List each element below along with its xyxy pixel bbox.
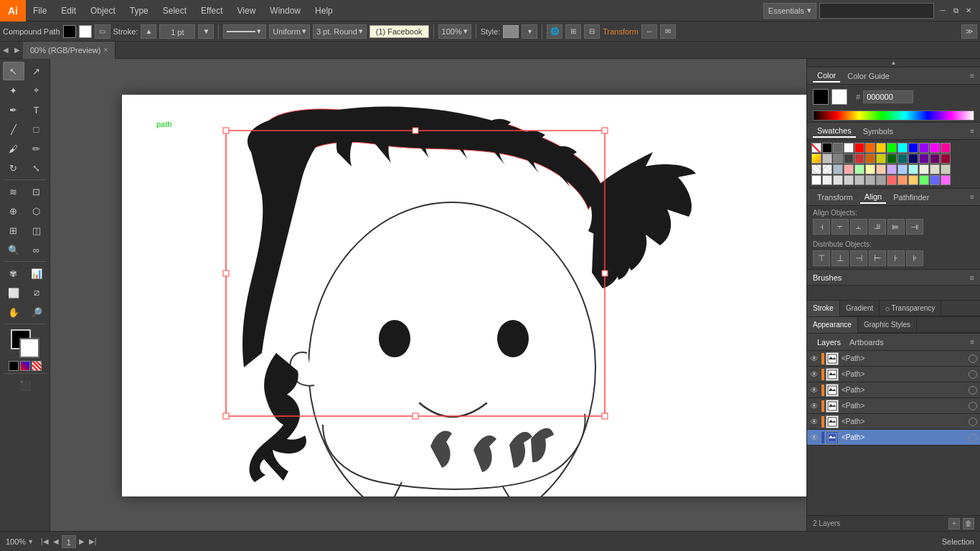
close-button[interactable]: ✕ <box>963 5 974 17</box>
layer-visibility-4[interactable]: 👁 <box>810 401 820 411</box>
swatch-lime[interactable] <box>919 175 929 185</box>
align-right-btn[interactable]: ⫠ <box>850 219 867 235</box>
swatch-llav[interactable] <box>887 164 897 174</box>
symbols-tab[interactable]: Symbols <box>859 126 897 137</box>
panel-toggle-btn[interactable]: ≫ <box>961 24 977 39</box>
swatch-lgreen[interactable] <box>854 164 864 174</box>
layer-visibility-5[interactable]: 👁 <box>810 417 820 427</box>
appearance-tab[interactable]: Appearance <box>807 317 858 333</box>
style-dropdown-btn[interactable]: ▾ <box>522 24 537 39</box>
align-tab[interactable]: Align <box>860 191 886 204</box>
line-tool[interactable]: ╱ <box>3 120 24 138</box>
swatch-w1[interactable] <box>811 175 821 185</box>
menu-window[interactable]: Window <box>263 0 308 22</box>
blend-tool[interactable]: ∞ <box>26 240 47 259</box>
tab-right-arrow[interactable]: ▶ <box>11 46 23 54</box>
round-dropdown[interactable]: 3 pt. Round ▾ <box>313 24 367 39</box>
selection-tool[interactable]: ↖ <box>3 62 24 80</box>
layer-row-2[interactable]: 👁 <Path> <box>807 367 980 382</box>
tab-left-arrow[interactable]: ◀ <box>0 46 11 54</box>
swatch-salmon[interactable] <box>897 175 908 185</box>
swatch-peach[interactable] <box>908 175 918 185</box>
swatch-lyellow[interactable] <box>865 164 875 174</box>
transparency-tab[interactable]: Transparency <box>880 301 941 316</box>
swatch-none[interactable] <box>811 143 821 153</box>
align-grid-btn[interactable]: ⊞ <box>565 24 581 39</box>
layer-row-5[interactable]: 👁 <Path> <box>807 414 980 430</box>
menu-type[interactable]: Type <box>123 0 156 22</box>
swatch-purple[interactable] <box>919 143 929 153</box>
stroke-icon-btn[interactable]: ▭ <box>95 24 110 39</box>
dist-left-btn[interactable]: ⊢ <box>869 250 886 266</box>
search-input[interactable] <box>819 3 934 19</box>
color-guide-tab[interactable]: Color Guide <box>843 70 894 82</box>
swatch-silver[interactable] <box>822 154 832 164</box>
align-bottom-btn[interactable]: ⫣ <box>906 219 923 235</box>
document-tab[interactable]: 00% (RGB/Preview) × <box>23 42 116 59</box>
color-foreground[interactable] <box>813 89 829 105</box>
layer-target-3[interactable] <box>969 386 977 395</box>
swatch-dorange[interactable] <box>865 154 875 164</box>
layer-visibility-6[interactable]: 👁 <box>810 433 820 443</box>
graphic-styles-tab[interactable]: Graphic Styles <box>858 317 917 333</box>
swatch-pattern-2[interactable] <box>822 164 832 174</box>
line-style-dropdown[interactable]: ▾ <box>223 24 266 39</box>
color-panel-options[interactable]: ≡ <box>970 72 974 80</box>
swatch-w5[interactable] <box>854 175 864 185</box>
paintbrush-tool[interactable]: 🖌 <box>3 139 24 158</box>
dist-center-v-btn[interactable]: ⊦ <box>887 250 905 266</box>
artboards-tab[interactable]: Artboards <box>845 336 888 348</box>
magic-wand-tool[interactable]: ✦ <box>3 81 24 100</box>
uniform-dropdown[interactable]: Uniform ▾ <box>269 24 310 39</box>
swatch-w4[interactable] <box>844 175 854 185</box>
pen-tool[interactable]: ✒ <box>3 100 24 119</box>
layer-visibility-3[interactable]: 👁 <box>810 385 820 395</box>
nav-first-btn[interactable]: |◀ <box>39 537 50 545</box>
swatches-tab[interactable]: Swatches <box>813 125 856 138</box>
swatch-white-2[interactable] <box>844 143 854 153</box>
rect-tool[interactable]: □ <box>26 120 47 138</box>
gradient-tab[interactable]: Gradient <box>840 301 880 316</box>
swatch-w2[interactable] <box>822 175 832 185</box>
swatch-pattern-1[interactable] <box>811 164 821 174</box>
brushes-options[interactable]: ≡ <box>970 273 974 282</box>
color-hex-input[interactable]: 000000 <box>863 90 913 103</box>
menu-file[interactable]: File <box>26 0 54 22</box>
swatch-yellow[interactable] <box>876 143 886 153</box>
stroke-down-arrow[interactable]: ▼ <box>198 24 214 39</box>
column-graph-tool[interactable]: 📊 <box>26 264 47 283</box>
eyedropper-tool[interactable]: 🔍 <box>3 240 24 259</box>
align-left-btn[interactable]: ⫞ <box>813 219 830 235</box>
layers-options[interactable]: ≡ <box>970 338 974 346</box>
menu-view[interactable]: View <box>230 0 263 22</box>
stroke-up-arrow[interactable]: ▲ <box>141 24 156 39</box>
zoom-tool[interactable]: 🔎 <box>26 303 47 321</box>
layers-tab[interactable]: Layers <box>813 336 845 348</box>
layer-target-4[interactable] <box>969 402 977 410</box>
fill-swatch[interactable] <box>63 25 76 38</box>
stroke-value-input[interactable]: 1 pt <box>159 24 195 39</box>
align-center-h-btn[interactable]: ⫟ <box>831 219 849 235</box>
restore-button[interactable]: ⧉ <box>950 5 961 17</box>
lasso-tool[interactable]: ⌖ <box>26 81 47 100</box>
swatch-dgreen[interactable] <box>887 154 897 164</box>
swatch-beige[interactable] <box>930 164 940 174</box>
layer-row-4[interactable]: 👁 <Path> <box>807 398 980 414</box>
zoom-dropdown[interactable]: 100% ▾ <box>438 24 471 39</box>
zoom-down-arrow[interactable]: ▼ <box>27 538 34 545</box>
pattern-swatch[interactable] <box>32 361 42 371</box>
perspective-tool[interactable]: ⬡ <box>26 202 47 220</box>
swatch-dcyan[interactable] <box>897 154 908 164</box>
shape-builder-tool[interactable]: ⊕ <box>3 202 24 220</box>
swatch-dpurple[interactable] <box>919 154 929 164</box>
layer-visibility-1[interactable]: 👁 <box>810 354 820 364</box>
nav-last-btn[interactable]: ▶| <box>88 537 98 545</box>
type-tool[interactable]: T <box>26 100 47 119</box>
menu-help[interactable]: Help <box>308 0 340 22</box>
swatch-cream[interactable] <box>919 164 929 174</box>
transform-icon-btn[interactable]: ↔ <box>641 24 657 39</box>
layer-target-2[interactable] <box>969 370 977 379</box>
stroke-swatch-white[interactable] <box>79 25 92 38</box>
artboard-tool[interactable]: ⬜ <box>3 283 24 302</box>
swatch-w3[interactable] <box>833 175 843 185</box>
